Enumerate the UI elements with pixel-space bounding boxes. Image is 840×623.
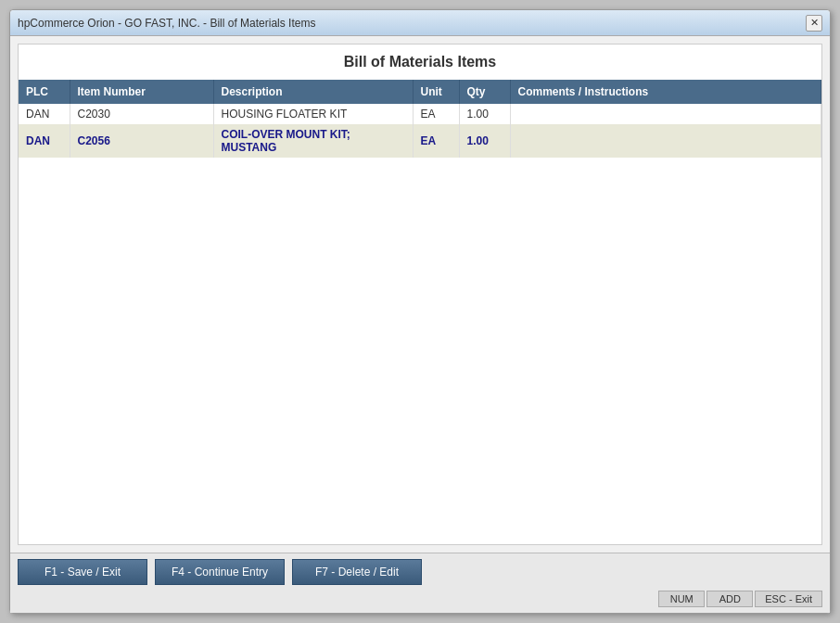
cell-item-number: C2030 xyxy=(70,104,213,124)
status-bar: NUM ADD ESC - Exit xyxy=(18,589,822,607)
col-header-qty: Qty xyxy=(459,80,510,104)
f7-delete-edit-button[interactable]: F7 - Delete / Edit xyxy=(292,559,422,585)
close-button[interactable]: ✕ xyxy=(806,15,822,32)
col-header-description: Description xyxy=(213,80,413,104)
cell-description: COIL-OVER MOUNT KIT; MUSTANG xyxy=(213,124,413,158)
cell-qty: 1.00 xyxy=(459,104,510,124)
col-header-comments: Comments / Instructions xyxy=(510,80,821,104)
cell-comments xyxy=(510,124,821,158)
cell-item-number: C2056 xyxy=(70,124,213,158)
cell-comments xyxy=(510,104,821,124)
cell-plc: DAN xyxy=(19,124,70,158)
window-title: hpCommerce Orion - GO FAST, INC. - Bill … xyxy=(18,17,315,30)
cell-description: HOUSING FLOATER KIT xyxy=(213,104,413,124)
cell-unit: EA xyxy=(413,104,459,124)
cell-qty: 1.00 xyxy=(459,124,510,158)
col-header-unit: Unit xyxy=(413,80,459,104)
num-status: NUM xyxy=(658,591,705,607)
table-header-row: PLC Item Number Description Unit Qty Com… xyxy=(19,80,821,104)
cell-unit: EA xyxy=(413,124,459,158)
table-row[interactable]: DANC2030HOUSING FLOATER KITEA1.00 xyxy=(19,104,821,124)
table-container: PLC Item Number Description Unit Qty Com… xyxy=(19,80,821,544)
close-icon: ✕ xyxy=(810,17,819,29)
footer-area: F1 - Save / Exit F4 - Continue Entry F7 … xyxy=(10,553,830,613)
add-status: ADD xyxy=(706,591,753,607)
table-body: DANC2030HOUSING FLOATER KITEA1.00DANC205… xyxy=(19,104,821,158)
page-title: Bill of Materials Items xyxy=(19,44,821,80)
f4-continue-entry-button[interactable]: F4 - Continue Entry xyxy=(155,559,285,585)
table-row[interactable]: DANC2056COIL-OVER MOUNT KIT; MUSTANGEA1.… xyxy=(19,124,821,158)
bom-table: PLC Item Number Description Unit Qty Com… xyxy=(19,80,821,158)
f1-save-exit-button[interactable]: F1 - Save / Exit xyxy=(18,559,147,585)
col-header-item-number: Item Number xyxy=(70,80,213,104)
main-window: hpCommerce Orion - GO FAST, INC. - Bill … xyxy=(9,9,831,614)
button-row: F1 - Save / Exit F4 - Continue Entry F7 … xyxy=(18,559,822,585)
col-header-plc: PLC xyxy=(19,80,70,104)
esc-status: ESC - Exit xyxy=(755,591,822,607)
content-area: Bill of Materials Items PLC Item Number … xyxy=(18,44,822,545)
cell-plc: DAN xyxy=(19,104,70,124)
title-bar: hpCommerce Orion - GO FAST, INC. - Bill … xyxy=(10,10,830,36)
